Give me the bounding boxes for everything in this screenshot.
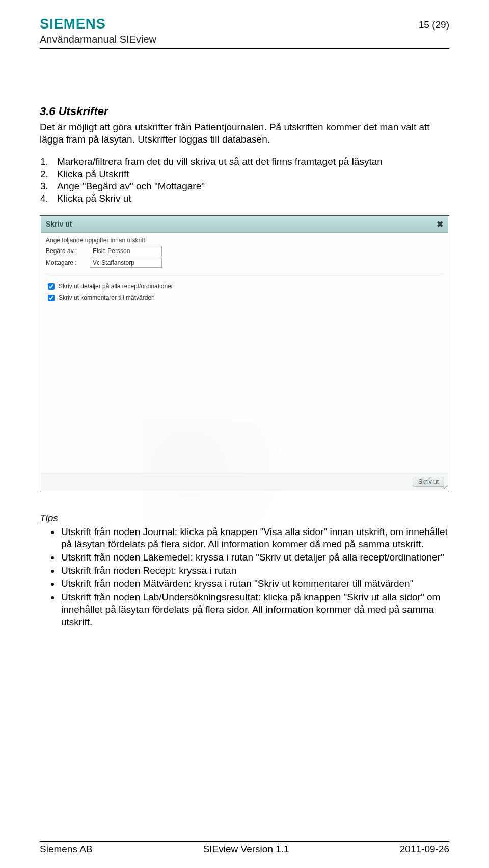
dialog-title: Skriv ut bbox=[46, 220, 72, 228]
tips-item: Utskrift från noden Mätvärden: kryssa i … bbox=[60, 578, 449, 590]
brand-logo: SIEMENS bbox=[40, 16, 156, 32]
procedure-list: Markera/filtrera fram det du vill skriva… bbox=[51, 156, 449, 205]
tips-item: Utskrift från noden Journal: klicka på k… bbox=[60, 526, 449, 550]
skriv-ut-button[interactable]: Skriv ut bbox=[413, 477, 444, 487]
field-label-mottagare: Mottagare : bbox=[46, 259, 90, 266]
document-header: SIEMENS Användarmanual SIEview 15 (29) bbox=[40, 16, 449, 45]
dialog-instruction: Ange följande uppgifter innan utskrift: bbox=[46, 237, 443, 244]
dialog-screenshot: Skriv ut ✖ Ange följande uppgifter innan… bbox=[40, 215, 449, 491]
field-label-begard-av: Begärd av : bbox=[46, 247, 90, 255]
tips-list: Utskrift från noden Journal: klicka på k… bbox=[60, 526, 449, 628]
page-number: 15 (29) bbox=[419, 19, 449, 31]
header-rule bbox=[40, 48, 449, 49]
checkbox-details-label: Skriv ut detaljer på alla recept/ordinat… bbox=[59, 283, 173, 290]
tips-heading: Tips bbox=[40, 513, 449, 524]
footer-center: SIEview Version 1.1 bbox=[203, 844, 289, 855]
procedure-step: Markera/filtrera fram det du vill skriva… bbox=[51, 156, 449, 168]
footer-right: 2011-09-26 bbox=[400, 844, 449, 855]
tips-item: Utskrift från noden Lab/Undersökningsres… bbox=[60, 591, 449, 628]
section-intro: Det är möjligt att göra utskrifter från … bbox=[40, 121, 449, 146]
document-footer: Siemens AB SIEview Version 1.1 2011-09-2… bbox=[40, 841, 449, 855]
svg-text:SIEMENS: SIEMENS bbox=[40, 16, 106, 32]
tips-item: Utskrift från noden Läkemedel: kryssa i … bbox=[60, 551, 449, 564]
mottagare-input[interactable] bbox=[90, 258, 162, 268]
section-heading: 3.6 Utskrifter bbox=[40, 105, 449, 118]
procedure-step: Ange "Begärd av" och "Mottagare" bbox=[51, 180, 449, 192]
svg-line-3 bbox=[446, 488, 447, 489]
checkbox-details[interactable] bbox=[48, 283, 55, 290]
tips-item: Utskrift från noden Recept: kryssa i rut… bbox=[60, 565, 449, 577]
begard-av-input[interactable] bbox=[90, 246, 162, 256]
procedure-step: Klicka på Utskrift bbox=[51, 168, 449, 180]
resize-grip-icon[interactable] bbox=[441, 483, 447, 489]
footer-rule bbox=[40, 841, 449, 842]
close-icon[interactable]: ✖ bbox=[437, 219, 443, 229]
checkbox-comments[interactable] bbox=[48, 295, 55, 301]
footer-left: Siemens AB bbox=[40, 844, 93, 855]
dialog-divider bbox=[46, 274, 443, 274]
checkbox-comments-label: Skriv ut kommentarer till mätvärden bbox=[59, 294, 155, 301]
procedure-step: Klicka på Skriv ut bbox=[51, 192, 449, 205]
doc-subtitle: Användarmanual SIEview bbox=[40, 34, 156, 45]
